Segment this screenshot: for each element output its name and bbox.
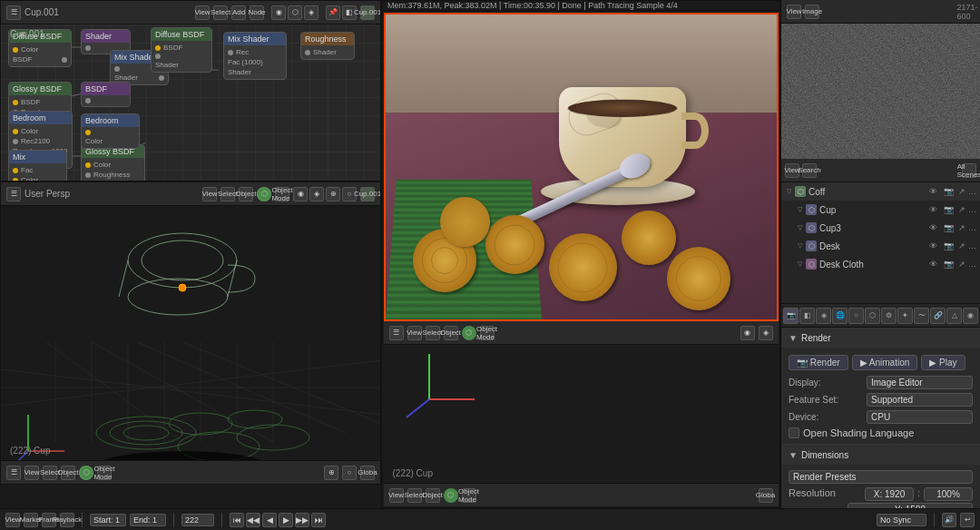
prop-constraints-icon[interactable]: 🔗 [930, 308, 946, 324]
bvp-view[interactable]: View [407, 326, 422, 340]
coff-eye[interactable]: 👁 [929, 187, 937, 196]
vp-footer-menu[interactable]: ☰ [6, 466, 21, 480]
vp-footer-snap[interactable]: ⊕ [324, 466, 338, 480]
bvp-select[interactable]: Select [426, 326, 440, 340]
prop-modifier-icon[interactable]: ⚙ [881, 308, 897, 324]
outliner-search-btn[interactable]: Search [802, 163, 817, 178]
outliner-item-desk[interactable]: ▽ ⬡ Desk 👁 📷 ↗ … [781, 237, 980, 255]
prop-material-icon[interactable]: ◉ [963, 308, 978, 324]
tl-marker-btn[interactable]: Marker [24, 513, 38, 527]
device-value[interactable]: CPU [867, 410, 973, 424]
open-shading-checkbox[interactable] [789, 427, 799, 438]
jump-end-btn[interactable]: ⏭ [311, 513, 326, 527]
step-forward-btn[interactable]: ▶▶ [295, 513, 309, 527]
bvp-shading[interactable]: ◈ [759, 326, 773, 340]
desk-cloth-eye[interactable]: 👁 [929, 260, 937, 269]
bvp-object[interactable]: Object [444, 326, 458, 340]
vp-snap-btn[interactable]: ⊕ [326, 187, 340, 201]
desk-expand[interactable]: ▽ [796, 242, 803, 250]
vp-menu-btn[interactable]: ☰ [6, 187, 21, 201]
rp-image-btn[interactable]: Image [805, 5, 819, 19]
cup-more[interactable]: … [968, 205, 976, 214]
cup-select[interactable]: ↗ [958, 205, 965, 214]
viewport-3d-content[interactable]: (222) Cup [1, 206, 380, 460]
feature-set-value[interactable]: Supported [867, 393, 973, 407]
vp-footer-object[interactable]: Object [61, 466, 75, 480]
vp-footer-view[interactable]: View [24, 466, 39, 480]
render-section-header[interactable]: ▼ Render [781, 328, 980, 348]
vp-overlay-btn[interactable]: ◉ [293, 187, 308, 201]
prop-render-icon[interactable]: 📷 [783, 308, 799, 324]
prop-view-layer-icon[interactable]: ◈ [816, 308, 831, 324]
vp-footer-proportional[interactable]: ○ [342, 466, 357, 480]
vp-object-btn[interactable]: Object [239, 187, 253, 201]
res-percent[interactable]: 100% [924, 487, 973, 501]
tl-sync-input[interactable]: No Sync [877, 514, 926, 526]
bvp-footer-global[interactable]: Globa [759, 488, 773, 503]
bvp-object-mode[interactable]: Object Mode [480, 326, 495, 340]
bvp-overlay[interactable]: ◉ [740, 326, 755, 340]
coff-more[interactable]: … [968, 187, 976, 196]
diffuse-bsdf-node-2[interactable]: Diffuse BSDF BSDF Shader [151, 27, 212, 73]
cup3-select[interactable]: ↗ [958, 223, 965, 232]
bvp-footer-view[interactable]: View [389, 488, 404, 503]
render-presets-value[interactable]: Render Presets [789, 470, 973, 484]
add-btn[interactable]: Add [231, 5, 246, 20]
jump-start-btn[interactable]: ⏮ [230, 513, 244, 527]
vp-select-btn[interactable]: Select [220, 187, 235, 201]
prev-frame-btn[interactable]: ◀◀ [246, 513, 260, 527]
coff-select[interactable]: ↗ [958, 187, 965, 196]
cup3-expand[interactable]: ▽ [796, 224, 803, 231]
glossy-bsdf-node-2[interactable]: Glossy BSDF Color Roughness Rec2100 Roug… [81, 144, 145, 182]
desk-cloth-more[interactable]: … [968, 260, 976, 269]
prop-object-icon[interactable]: ⬡ [865, 308, 880, 324]
desk-cloth-camera[interactable]: 📷 [944, 260, 954, 269]
step-back-btn[interactable]: ◀ [262, 513, 277, 527]
tl-audio-btn[interactable]: 🔊 [942, 513, 956, 527]
desk-select[interactable]: ↗ [958, 241, 965, 250]
vp-cup-label[interactable]: Cup.001 [360, 187, 375, 201]
cup3-eye[interactable]: 👁 [929, 223, 937, 232]
tl-end-input[interactable]: End: 1 [130, 514, 166, 526]
play-forward-btn[interactable]: ▶ [279, 513, 293, 527]
vp-footer-global[interactable]: Globa [360, 466, 375, 480]
vp-view-btn[interactable]: View [202, 187, 217, 201]
desk-cloth-expand[interactable]: ▽ [796, 260, 803, 268]
bedroom-node-2[interactable]: Bedroom Color [81, 113, 140, 149]
outliner-item-desk-cloth[interactable]: ▽ ⬡ Desk Cloth 👁 📷 ↗ … [781, 255, 980, 273]
tl-view-btn[interactable]: View [5, 513, 20, 527]
outliner-item-coff[interactable]: ▽ ⬡ Coff 👁 📷 ↗ … [781, 182, 980, 201]
outliner-item-cup3[interactable]: ▽ ⬡ Cup3 👁 📷 ↗ … [781, 219, 980, 237]
prop-scene-icon[interactable]: 🌐 [832, 308, 848, 324]
rp-view-btn[interactable]: View [787, 5, 801, 19]
tl-loop-btn[interactable]: ↩ [960, 513, 975, 527]
coff-expand[interactable]: ▽ [785, 188, 792, 195]
cup-selector[interactable]: Cup.001 [360, 5, 375, 20]
mix-node[interactable]: Mix Fac Color Client Client Client 1 Cli… [8, 150, 67, 182]
vp-footer-select[interactable]: Select [43, 466, 57, 480]
node-btn[interactable]: Node [250, 5, 264, 20]
outliner-item-cup[interactable]: ▽ ⬡ Cup 👁 📷 ↗ … [781, 201, 980, 219]
view-btn[interactable]: View [195, 5, 210, 20]
prop-data-icon[interactable]: △ [946, 308, 962, 324]
bvp-footer-object[interactable]: Object [426, 488, 440, 503]
bottom-vp-content[interactable]: (222) Cup [384, 345, 779, 483]
tl-start-input[interactable]: Start: 1 [90, 514, 126, 526]
bvp-footer-select[interactable]: Select [407, 488, 422, 503]
cup-eye[interactable]: 👁 [929, 205, 937, 214]
prop-physics-icon[interactable]: 〜 [914, 308, 929, 324]
world-icon[interactable]: ⬡ [288, 5, 302, 20]
desk-eye[interactable]: 👁 [929, 241, 937, 250]
object-mode-btn[interactable]: Object Mode [275, 187, 289, 201]
desk-cloth-select[interactable]: ↗ [958, 260, 965, 269]
vp-footer-object-mode[interactable]: Object Mode [97, 466, 112, 480]
prop-world-icon[interactable]: ○ [848, 308, 864, 324]
play-btn-render[interactable]: ▶ Play [921, 355, 965, 370]
dimensions-header[interactable]: ▼ Dimensions [781, 445, 980, 465]
vp-shading-btn[interactable]: ◈ [309, 187, 324, 201]
tl-current-frame-input[interactable]: 222 [181, 514, 214, 526]
res-x-input[interactable]: X: 1920 [865, 487, 914, 501]
desk-more[interactable]: … [968, 241, 976, 250]
select-btn[interactable]: Select [213, 5, 228, 20]
prop-output-icon[interactable]: ◧ [799, 308, 815, 324]
